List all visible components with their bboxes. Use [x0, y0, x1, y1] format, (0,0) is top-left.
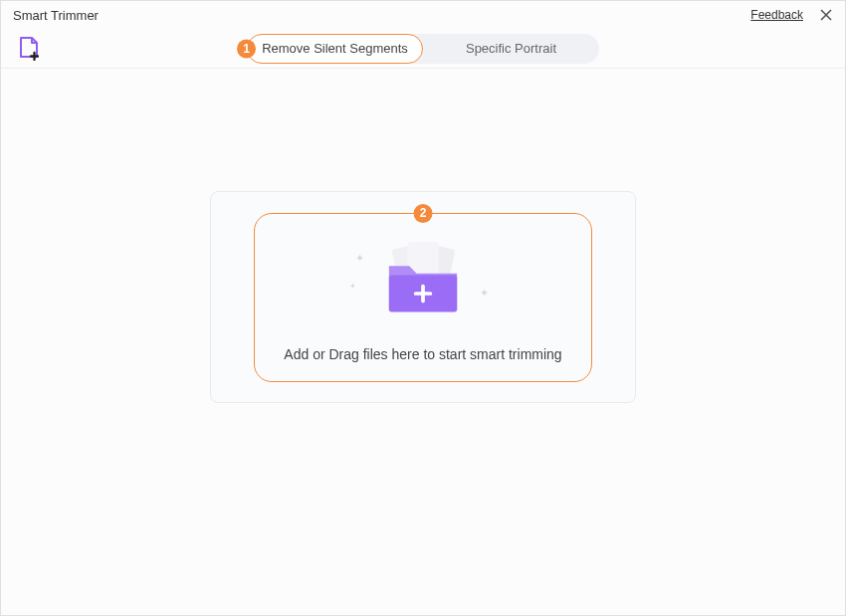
close-icon [819, 8, 833, 22]
drop-instruction-text: Add or Drag files here to start smart tr… [284, 346, 561, 362]
app-window: Smart Trimmer Feedback 1 Remove [0, 0, 846, 616]
tab-label: Remove Silent Segments [262, 41, 408, 56]
toolbar: 1 Remove Silent Segments Specific Portra… [1, 29, 845, 69]
feedback-link[interactable]: Feedback [750, 8, 803, 22]
drop-card: 2 ✦ ✦ ✦ [210, 191, 636, 403]
titlebar-actions: Feedback [750, 6, 835, 24]
tab-specific-portrait[interactable]: Specific Portrait [423, 34, 599, 64]
file-plus-icon [19, 37, 41, 61]
tab-group: 1 Remove Silent Segments Specific Portra… [247, 34, 599, 64]
folder-illustration: ✦ ✦ ✦ [363, 242, 483, 321]
add-file-icon[interactable] [17, 36, 43, 62]
step-badge-2: 2 [414, 204, 433, 223]
step-badge-1: 1 [237, 39, 256, 58]
file-drop-zone[interactable]: 2 ✦ ✦ ✦ [254, 213, 592, 382]
tab-label: Specific Portrait [466, 41, 556, 56]
close-button[interactable] [817, 6, 835, 24]
titlebar: Smart Trimmer Feedback [1, 1, 845, 29]
main-content: 2 ✦ ✦ ✦ [1, 69, 845, 615]
window-title: Smart Trimmer [13, 8, 99, 23]
tab-remove-silent-segments[interactable]: Remove Silent Segments [247, 34, 423, 64]
folder-plus-icon [363, 237, 483, 326]
